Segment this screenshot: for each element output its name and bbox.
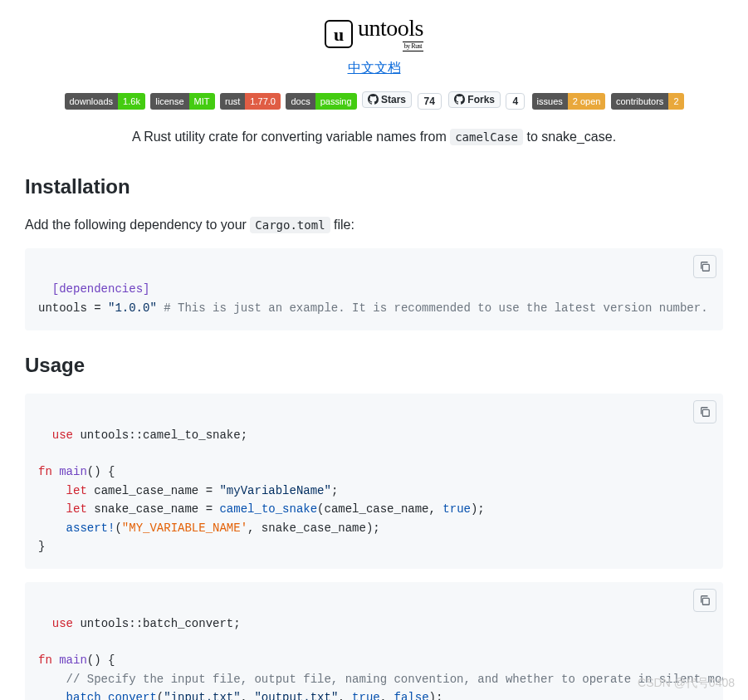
tagline: A Rust utility crate for converting vari…: [25, 127, 723, 147]
installation-code-block: [dependencies] untools = "1.0.0" # This …: [25, 248, 723, 330]
code-token: [38, 691, 66, 700]
contributors-badge[interactable]: contributors 2: [611, 93, 684, 110]
usage-code-block-1: use untools::camel_to_snake; fn main() {…: [25, 394, 723, 569]
code-token: );: [471, 502, 485, 516]
code-token: }: [38, 540, 45, 553]
code-token: # This is just an example. It is recomme…: [157, 301, 708, 315]
badge-value: passing: [315, 93, 357, 110]
code-token: () {: [87, 465, 115, 478]
github-icon: [368, 94, 379, 105]
code-token: assert!: [66, 521, 115, 535]
code-token: true: [352, 691, 380, 700]
code-token: ;: [331, 484, 338, 497]
code-token: untools::batch_convert;: [73, 617, 241, 630]
code-token: snake_case_name =: [87, 502, 220, 516]
code-token: main: [59, 465, 87, 478]
code-token: [38, 484, 66, 497]
installation-desc: Add the following dependency to your Car…: [25, 215, 723, 235]
code-token: "myVariableName": [219, 484, 330, 497]
code-token: [52, 465, 59, 478]
usage-code-block-2: use untools::batch_convert; fn main() { …: [25, 582, 723, 700]
copy-button[interactable]: [693, 255, 716, 278]
badge-value: 1.6k: [118, 93, 145, 110]
svg-rect-0: [702, 264, 709, 271]
badge-label: Stars: [381, 92, 406, 107]
copy-icon: [699, 595, 711, 606]
code-token: [38, 502, 66, 516]
badge-label: docs: [286, 93, 315, 110]
code-token: untools::camel_to_snake;: [73, 428, 247, 442]
code-token: camel_case_name =: [87, 484, 220, 497]
logo-name: untools: [358, 17, 423, 40]
svg-rect-2: [702, 599, 709, 605]
badge-value: MIT: [189, 93, 215, 110]
code-token: "1.0.0": [108, 301, 157, 315]
forks-badge[interactable]: Forks: [448, 91, 501, 108]
code-token: let: [66, 502, 87, 516]
badge-label: license: [150, 93, 188, 110]
badge-value: 2 open: [568, 93, 606, 110]
code-token: );: [429, 691, 443, 700]
logo: u untools by Rust: [325, 17, 423, 51]
badge-label: Forks: [467, 92, 495, 107]
rust-badge[interactable]: rust 1.77.0: [220, 93, 281, 110]
copy-button[interactable]: [693, 589, 716, 612]
tagline-post: to snake_case.: [526, 130, 616, 144]
installation-heading: Installation: [25, 172, 723, 202]
copy-icon: [699, 261, 711, 272]
github-icon: [454, 94, 465, 105]
code-token: (: [157, 691, 164, 700]
code-token: fn: [38, 653, 52, 667]
badge-label: issues: [532, 93, 568, 110]
code-token: batch_convert: [66, 691, 157, 700]
code-token: let: [66, 484, 87, 497]
badge-row: downloads 1.6k license MIT rust 1.77.0 d…: [25, 91, 723, 110]
tagline-pre: A Rust utility crate for converting vari…: [132, 130, 450, 144]
logo-icon: u: [325, 20, 353, 48]
code-token: // Specify the input file, output file, …: [38, 673, 723, 686]
code-token: "output.txt": [254, 691, 338, 700]
usage-heading: Usage: [25, 350, 723, 380]
code-token: use: [52, 428, 73, 442]
downloads-badge[interactable]: downloads 1.6k: [65, 93, 145, 110]
logo-subtitle: by Rust: [403, 42, 423, 51]
code-token: "MY_VARIABLE_NAME': [122, 521, 247, 535]
license-badge[interactable]: license MIT: [150, 93, 214, 110]
code-token: [52, 653, 59, 667]
chinese-docs-link[interactable]: 中文文档: [348, 61, 401, 75]
code-token: false: [394, 691, 429, 700]
copy-button[interactable]: [693, 400, 716, 423]
badge-value: 2: [668, 93, 683, 110]
code-token: ,: [338, 691, 352, 700]
code-token: (camel_case_name,: [317, 502, 442, 516]
code-token: ,: [241, 691, 255, 700]
code-token: [38, 521, 66, 535]
desc-pre: Add the following dependency to your: [25, 218, 250, 232]
badge-value: 1.77.0: [245, 93, 281, 110]
forks-count[interactable]: 4: [506, 93, 525, 110]
svg-rect-1: [702, 410, 709, 417]
docs-badge[interactable]: docs passing: [286, 93, 356, 110]
desc-code: Cargo.toml: [250, 217, 330, 233]
code-token: () {: [87, 653, 115, 667]
stars-badge[interactable]: Stars: [362, 91, 412, 108]
code-token: untools =: [38, 301, 108, 315]
code-token: (: [115, 521, 121, 535]
code-token: "input.txt": [164, 691, 240, 700]
badge-label: rust: [220, 93, 245, 110]
tagline-code: camelCase: [450, 129, 523, 145]
logo-text: untools by Rust: [358, 17, 423, 51]
copy-icon: [699, 406, 711, 418]
watermark: CSDN @代号0408: [638, 674, 735, 692]
code-token: [dependencies]: [52, 282, 150, 296]
desc-post: file:: [334, 218, 354, 232]
code-token: fn: [38, 465, 52, 478]
code-token: main: [59, 653, 87, 667]
code-token: ,: [380, 691, 394, 700]
code-token: , snake_case_name);: [247, 521, 380, 535]
stars-count[interactable]: 74: [418, 93, 442, 110]
code-token: true: [442, 502, 471, 516]
code-token: camel_to_snake: [219, 502, 317, 516]
code-token: use: [52, 617, 73, 630]
issues-badge[interactable]: issues 2 open: [532, 93, 606, 110]
